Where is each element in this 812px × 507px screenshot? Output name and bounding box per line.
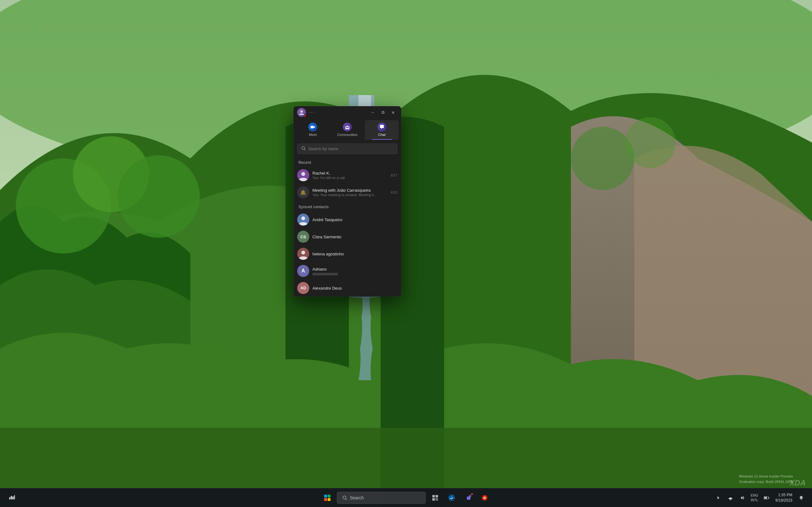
task-view-button[interactable] bbox=[428, 491, 442, 505]
title-menu-dots[interactable]: ··· bbox=[309, 110, 315, 115]
window-controls: − ⧉ ✕ bbox=[368, 108, 397, 117]
contact-avatar-andre bbox=[297, 214, 309, 226]
minimize-button[interactable]: − bbox=[368, 108, 377, 117]
svg-point-40 bbox=[730, 499, 731, 500]
eval-copy-text: Windows 11 Home Insider Preview Evaluati… bbox=[739, 474, 793, 484]
contact-item-adriano[interactable]: A Adriano bbox=[293, 262, 401, 279]
svg-point-16 bbox=[302, 147, 305, 150]
contact-name-helena: helena agostinho bbox=[312, 251, 397, 257]
contact-info-joao: Meeting with João Carrasqueira You: Your… bbox=[312, 188, 388, 197]
contact-name-adriano: Adriano bbox=[312, 267, 397, 272]
contact-avatar-adriano: A bbox=[297, 265, 309, 277]
chat-tab-icon bbox=[377, 123, 386, 131]
contact-item-andre[interactable]: André Tasqueiro bbox=[293, 211, 401, 228]
svg-text:P: P bbox=[484, 497, 486, 500]
teams-taskbar-icon[interactable]: T bbox=[461, 491, 475, 505]
contact-info-alexandre: Alexandre Deus bbox=[312, 286, 397, 291]
content-area: Recent Rachel K. You: I'm still on a cal… bbox=[293, 157, 401, 297]
chat-tab-label: Chat bbox=[378, 133, 386, 136]
svg-point-19 bbox=[301, 172, 305, 176]
svg-rect-42 bbox=[764, 497, 767, 499]
recent-item-joao[interactable]: 🔔 Meeting with João Carrasqueira You: Yo… bbox=[293, 184, 401, 201]
contact-name-andre: André Tasqueiro bbox=[312, 217, 397, 222]
contact-date-rachel: 8/17 bbox=[391, 173, 397, 177]
show-hidden-icons[interactable] bbox=[713, 492, 724, 504]
taskbar: Search T bbox=[0, 488, 812, 507]
synced-contacts-header: Synced contacts bbox=[293, 201, 401, 211]
tab-meet[interactable]: Meet bbox=[296, 120, 330, 140]
svg-rect-43 bbox=[768, 497, 769, 498]
time-display: 1:35 PM bbox=[778, 493, 792, 498]
contact-item-alexandre[interactable]: AD Alexandre Deus bbox=[293, 279, 401, 297]
svg-rect-26 bbox=[12, 497, 14, 499]
search-field[interactable]: Search by name bbox=[297, 144, 397, 154]
xda-watermark: XDA bbox=[790, 478, 806, 487]
language-indicator[interactable]: ENG INTL bbox=[749, 493, 760, 503]
contact-item-helena[interactable]: helena agostinho bbox=[293, 245, 401, 262]
network-icon[interactable] bbox=[725, 492, 736, 504]
volume-icon[interactable] bbox=[737, 492, 748, 504]
contact-avatar-helena bbox=[297, 248, 309, 260]
notification-icon[interactable] bbox=[5, 491, 19, 505]
datetime-display[interactable]: 1:35 PM 9/19/2023 bbox=[773, 491, 795, 504]
taskbar-left bbox=[5, 491, 19, 505]
maximize-button[interactable]: ⧉ bbox=[378, 108, 387, 117]
svg-rect-33 bbox=[436, 498, 438, 501]
user-avatar-wrapper bbox=[297, 108, 306, 117]
svg-rect-27 bbox=[14, 495, 15, 499]
contact-avatar-joao: 🔔 bbox=[297, 186, 309, 199]
svg-rect-30 bbox=[432, 495, 435, 498]
svg-point-15 bbox=[348, 126, 350, 128]
contact-info-adriano: Adriano bbox=[312, 267, 397, 275]
contact-preview-rachel: You: I'm still on a call bbox=[312, 176, 388, 180]
meet-tab-icon bbox=[308, 123, 317, 131]
svg-text:T: T bbox=[469, 495, 470, 497]
contact-avatar-alexandre: AD bbox=[297, 282, 309, 294]
system-tray: ENG INTL 1:35 PM 9/19/2023 bbox=[713, 491, 807, 504]
close-button[interactable]: ✕ bbox=[389, 108, 397, 117]
tab-chat[interactable]: Chat bbox=[365, 120, 399, 140]
svg-point-8 bbox=[117, 155, 200, 238]
taskbar-search-bar[interactable]: Search bbox=[337, 492, 426, 504]
recent-section-header: Recent bbox=[293, 157, 401, 167]
search-placeholder: Search by name bbox=[308, 147, 339, 151]
titlebar: ··· − ⧉ ✕ bbox=[293, 106, 401, 119]
tab-communities[interactable]: Communities bbox=[331, 120, 364, 140]
contact-date-joao: 4/15 bbox=[391, 190, 397, 194]
edge-browser-taskbar[interactable] bbox=[445, 491, 459, 505]
contact-name-alexandre: Alexandre Deus bbox=[312, 286, 397, 291]
date-display: 9/19/2023 bbox=[775, 498, 792, 503]
svg-point-28 bbox=[343, 496, 346, 499]
taskbar-search-text: Search bbox=[350, 495, 364, 500]
svg-line-17 bbox=[305, 149, 306, 151]
svg-rect-24 bbox=[9, 497, 10, 499]
contact-name-rachel: Rachel K. bbox=[312, 171, 388, 176]
contact-name-joao: Meeting with João Carrasqueira bbox=[312, 188, 388, 193]
svg-point-9 bbox=[571, 127, 635, 190]
meet-tab-label: Meet bbox=[309, 133, 316, 136]
svg-point-10 bbox=[625, 117, 676, 168]
contact-avatar-rachel bbox=[297, 169, 309, 181]
notification-bell-icon[interactable] bbox=[796, 492, 807, 504]
svg-line-29 bbox=[346, 499, 347, 500]
recent-item-rachel[interactable]: Rachel K. You: I'm still on a call 8/17 bbox=[293, 167, 401, 184]
contact-avatar-clara: CS bbox=[297, 231, 309, 243]
browser-taskbar-icon[interactable]: P bbox=[478, 491, 492, 505]
communities-tab-label: Communities bbox=[337, 133, 357, 136]
svg-rect-12 bbox=[310, 126, 314, 128]
contact-info-clara: Clara Sarmento bbox=[312, 234, 397, 239]
contact-info-andre: André Tasqueiro bbox=[312, 217, 397, 222]
contact-info-helena: helena agostinho bbox=[312, 251, 397, 257]
search-icon bbox=[301, 146, 306, 152]
svg-point-14 bbox=[345, 126, 346, 128]
contact-item-clara[interactable]: CS Clara Sarmento bbox=[293, 228, 401, 245]
tab-bar: Meet Communities Chat bbox=[293, 119, 401, 140]
svg-point-45 bbox=[801, 499, 802, 500]
contact-name-clara: Clara Sarmento bbox=[312, 234, 397, 239]
svg-rect-31 bbox=[436, 495, 438, 498]
windows-logo bbox=[324, 495, 331, 501]
battery-icon[interactable] bbox=[761, 492, 772, 504]
windows-start-button[interactable] bbox=[320, 491, 334, 505]
taskbar-center: Search T bbox=[320, 491, 492, 505]
search-area: Search by name bbox=[293, 140, 401, 157]
